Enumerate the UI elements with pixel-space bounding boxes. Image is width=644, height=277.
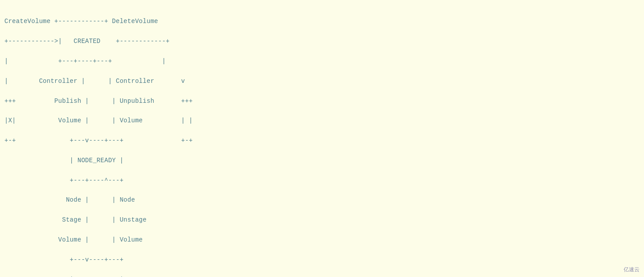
diagram-line-5: +++ Publish | | Unpublish +++ (4, 98, 193, 105)
diagram-line-1: CreateVolume +------------+ DeleteVolume (4, 18, 158, 25)
diagram-line-10: Node | | Node (4, 196, 135, 203)
diagram-line-8: | NODE_READY | (4, 157, 123, 164)
diagram-line-2: +------------>| CREATED +------------+ (4, 38, 170, 45)
diagram-line-7: +-+ +---v----+---+ +-+ (4, 137, 193, 144)
diagram-line-4: | Controller | | Controller v (4, 78, 185, 85)
watermark: 亿速云 (624, 266, 640, 273)
diagram-line-6: |X| Volume | | Volume | | (4, 117, 193, 124)
diagram-line-13: +---v----+---+ (4, 256, 123, 263)
diagram-line-12: Volume | | Volume (4, 236, 143, 243)
diagram-line-3: | +---+----+---+ | (4, 58, 166, 65)
diagram-line-11: Stage | | Unstage (4, 216, 147, 223)
diagram-area: CreateVolume +------------+ DeleteVolume… (0, 0, 644, 277)
diagram-line-9: +---+----^---+ (4, 177, 123, 184)
